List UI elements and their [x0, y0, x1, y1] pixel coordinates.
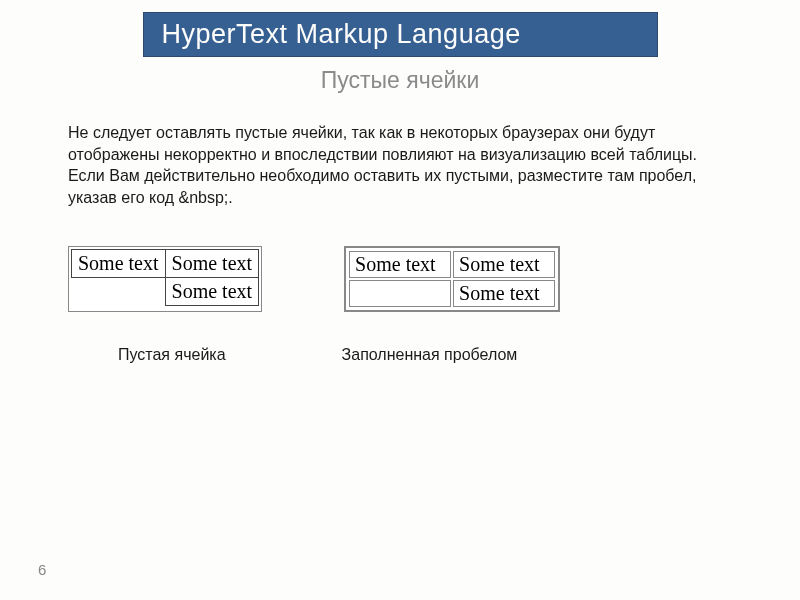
cell-empty [72, 278, 166, 306]
cell-nbsp [349, 280, 451, 307]
caption-left: Пустая ячейка [118, 346, 226, 364]
table-empty-cell: Some text Some text Some text [71, 249, 259, 306]
table-right-wrap: Some text Some text Some text [344, 246, 560, 312]
table-row: Some text [349, 280, 555, 307]
captions-row: Пустая ячейка Заполненная пробелом [118, 346, 800, 364]
page-title-bar: HyperText Markup Language [143, 12, 658, 57]
paragraph-text: Не следует оставлять пустые ячейки, так … [68, 124, 697, 206]
cell: Some text [165, 250, 259, 278]
cell: Some text [165, 278, 259, 306]
cell: Some text [72, 250, 166, 278]
subtitle: Пустые ячейки [0, 67, 800, 94]
caption-right: Заполненная пробелом [342, 346, 518, 364]
tables-row: Some text Some text Some text Some text … [68, 246, 800, 312]
table-row: Some text Some text [72, 250, 259, 278]
cell: Some text [453, 251, 555, 278]
table-nbsp-cell: Some text Some text Some text [347, 249, 557, 309]
cell: Some text [349, 251, 451, 278]
main-paragraph: Не следует оставлять пустые ячейки, так … [68, 122, 732, 208]
page-number: 6 [38, 561, 46, 578]
page-title: HyperText Markup Language [162, 19, 521, 49]
table-row: Some text Some text [349, 251, 555, 278]
table-left-wrap: Some text Some text Some text [68, 246, 262, 312]
table-row: Some text [72, 278, 259, 306]
cell: Some text [453, 280, 555, 307]
